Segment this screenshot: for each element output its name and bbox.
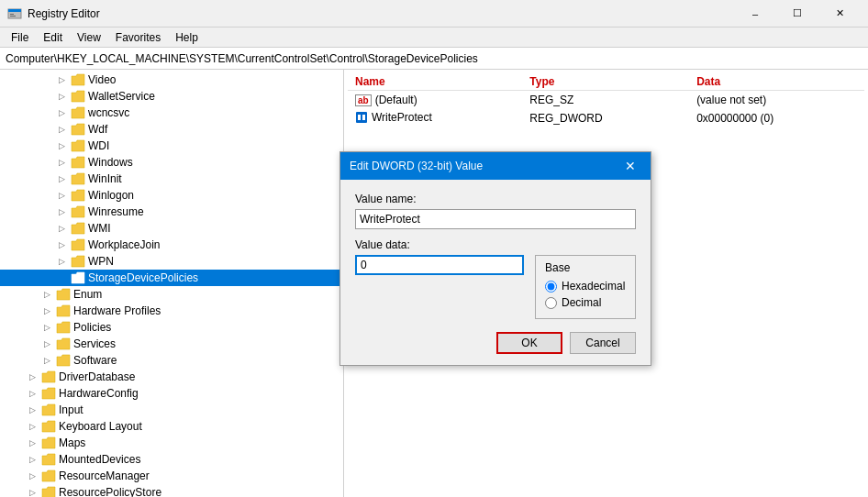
value-name-input[interactable] [355,209,636,229]
dialog-row: Base Hexadecimal Decimal [355,255,636,319]
value-data-input[interactable] [355,255,524,275]
modal-overlay: Edit DWORD (32-bit) Value ✕ Value name: … [0,0,868,497]
ok-button[interactable]: OK [496,332,562,354]
dialog-body: Value name: Value data: Base Hexadecimal… [340,180,651,365]
dialog-titlebar: Edit DWORD (32-bit) Value ✕ [340,152,651,180]
base-group: Base Hexadecimal Decimal [535,255,636,319]
value-data-label: Value data: [355,238,636,251]
cancel-button[interactable]: Cancel [570,332,636,354]
dialog-title: Edit DWORD (32-bit) Value [350,160,619,172]
radio-hex-label: Hexadecimal [562,280,625,293]
dialog-buttons: OK Cancel [355,332,636,354]
radio-hex-input[interactable] [545,281,557,293]
value-name-label: Value name: [355,193,636,205]
radio-decimal[interactable]: Decimal [545,296,626,309]
radio-dec-label: Decimal [562,296,601,309]
radio-dec-input[interactable] [545,297,557,309]
dialog-close-button[interactable]: ✕ [619,155,641,177]
edit-dword-dialog: Edit DWORD (32-bit) Value ✕ Value name: … [339,151,651,366]
radio-hexadecimal[interactable]: Hexadecimal [545,280,626,293]
value-data-wrap [355,255,524,275]
base-title: Base [545,261,626,274]
